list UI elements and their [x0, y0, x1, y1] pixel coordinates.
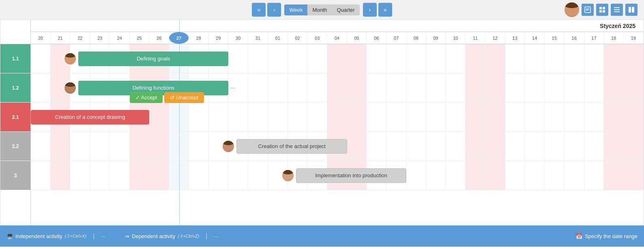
cell-r2-c20 [426, 103, 446, 131]
row-color-3: 3 [0, 161, 30, 190]
cell-r1-c0 [31, 73, 51, 102]
cell-r3-c8 [189, 132, 209, 161]
cell-r1-c19 [406, 73, 426, 102]
cell-r2-c12 [268, 103, 288, 131]
cell-r4-c4 [110, 161, 130, 190]
svg-rect-5 [614, 7, 620, 8]
cell-r0-c0 [31, 44, 51, 73]
cell-r3-c30 [624, 132, 644, 161]
day-header-20: 20 [31, 32, 51, 44]
cell-r4-c30 [624, 161, 644, 190]
bar-4[interactable]: Implementation into production [296, 168, 406, 183]
list-view-button[interactable] [611, 4, 623, 16]
gantt-row-3: Creation of the actual project [31, 132, 644, 161]
unaccept-button[interactable]: ↺ Unaccept [164, 92, 204, 103]
row-label-2-1: 2.1 [0, 103, 30, 132]
more-independent-button[interactable]: ··· [101, 233, 105, 239]
nav-prev-button[interactable]: ‹ [267, 3, 281, 17]
user-avatar[interactable] [565, 2, 579, 17]
cell-r1-c23 [485, 73, 505, 102]
cell-r0-c18 [386, 44, 406, 73]
cell-r1-c18 [386, 73, 406, 102]
month-title: Styczeń 2025 [31, 20, 644, 32]
row-label-3: 3 [0, 161, 30, 190]
row-color-1-2: 1.2 [0, 73, 30, 102]
cell-r0-c24 [505, 44, 525, 73]
cell-r0-c28 [584, 44, 604, 73]
cell-r4-c2 [70, 161, 90, 190]
cell-r0-c30 [624, 44, 644, 73]
cell-r1-c14 [307, 73, 327, 102]
view-month-button[interactable]: Month [307, 4, 332, 15]
accept-popup: ✓ Accept↺ Unaccept [130, 92, 204, 103]
gantt-row-labels: 1.1 1.2 2.1 2.2 3 [0, 20, 31, 225]
cell-r0-c14 [307, 44, 327, 73]
svg-rect-0 [585, 7, 590, 13]
day-header-16: 16 [565, 32, 584, 44]
dependent-icon: ⇒ [125, 233, 129, 239]
svg-rect-2 [603, 7, 605, 9]
nav-first-button[interactable]: « [252, 3, 266, 17]
nav-next-button[interactable]: › [363, 3, 377, 17]
cell-r2-c29 [604, 103, 624, 131]
cell-r4-c3 [90, 161, 110, 190]
accept-button[interactable]: ✓ Accept [130, 92, 163, 103]
day-header-11: 11 [466, 32, 485, 44]
cell-r1-c11 [248, 73, 268, 102]
day-header-17: 17 [584, 32, 604, 44]
view-week-button[interactable]: Week [284, 4, 307, 15]
export-button[interactable] [582, 4, 594, 16]
independent-icon: 🖥️ [6, 233, 13, 239]
gantt-row-2: Creation of a concept drawing [31, 103, 644, 132]
svg-rect-3 [599, 10, 602, 13]
svg-rect-9 [632, 7, 634, 13]
day-header-03: 03 [307, 32, 327, 44]
cell-r1-c26 [545, 73, 565, 102]
svg-rect-6 [614, 9, 620, 10]
cell-r3-c17 [367, 132, 386, 161]
more-dependent-button[interactable]: ··· [214, 233, 218, 239]
cell-r2-c26 [545, 103, 565, 131]
dependent-activity-button[interactable]: ⇒ Dependent activity (⇧+Ctrl+Z) [125, 233, 199, 239]
day-header-14: 14 [525, 32, 545, 44]
independent-activity-button[interactable]: 🖥️ Independent activity (⇧+Ctrl+X) [6, 233, 86, 239]
cell-r2-c23 [485, 103, 505, 131]
day-header-05: 05 [347, 32, 367, 44]
cell-r2-c17 [367, 103, 386, 131]
cell-r4-c22 [466, 161, 485, 190]
cell-r2-c13 [288, 103, 308, 131]
cell-r2-c10 [228, 103, 248, 131]
more-options-button[interactable]: ··· [230, 84, 235, 92]
separator-2: | [206, 232, 207, 240]
day-header-22: 22 [70, 32, 90, 44]
cell-r3-c19 [406, 132, 426, 161]
cell-r2-c19 [406, 103, 426, 131]
view-quarter-button[interactable]: Quarter [332, 4, 360, 15]
grid-view-button[interactable] [596, 4, 608, 16]
cell-r2-c22 [466, 103, 485, 131]
gantt-chart-area: Styczeń 2025 202122232425262728293031010… [31, 20, 644, 225]
row-color-1-1: 1.1 [0, 44, 30, 73]
day-header-13: 13 [505, 32, 525, 44]
cell-r0-c15 [327, 44, 347, 73]
bar-0[interactable]: Defining goals [78, 52, 228, 66]
book-view-button[interactable] [625, 4, 638, 16]
day-header-15: 15 [545, 32, 565, 44]
cell-r3-c21 [446, 132, 466, 161]
cell-r4-c21 [446, 161, 466, 190]
row-label-2-2: 2.2 [0, 132, 30, 161]
gantt-row-1: Defining functions···✓ Accept↺ Unaccept [31, 73, 644, 103]
cell-r1-c16 [347, 73, 367, 102]
date-range-button[interactable]: 📅 Specify the date range [576, 233, 638, 239]
cell-r2-c18 [386, 103, 406, 131]
svg-rect-4 [603, 10, 605, 13]
bar-3[interactable]: Creation of the actual project [236, 139, 347, 154]
bar-2[interactable]: Creation of a concept drawing [31, 110, 149, 125]
cell-r2-c28 [584, 103, 604, 131]
cell-r3-c23 [485, 132, 505, 161]
nav-last-button[interactable]: » [378, 3, 392, 17]
cell-r4-c5 [130, 161, 150, 190]
cell-r2-c8 [189, 103, 209, 131]
gantt-row-0: Defining goals [31, 44, 644, 73]
cell-r3-c26 [545, 132, 565, 161]
